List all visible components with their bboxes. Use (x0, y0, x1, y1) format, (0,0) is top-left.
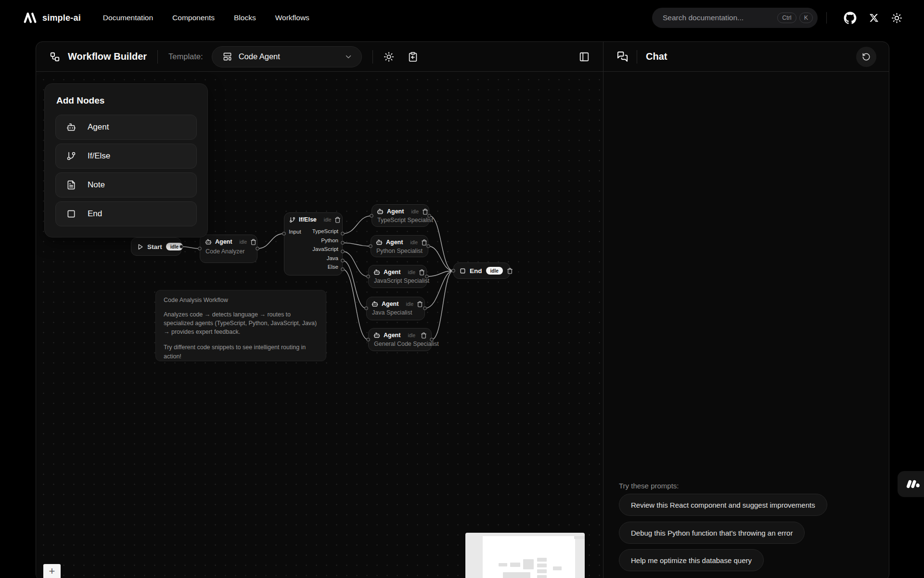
trash-icon[interactable] (421, 332, 427, 339)
theme-toggle-sun-icon[interactable] (891, 13, 902, 24)
chat-header-divider (637, 50, 637, 64)
note-title: Code Analysis Workflow (164, 297, 318, 303)
bot-icon (377, 208, 384, 215)
layout-template-icon (223, 52, 232, 61)
end-label: End (470, 267, 482, 275)
node-status: idle (406, 302, 413, 307)
canvas-theme-sun-icon[interactable] (384, 52, 394, 62)
agent-node-general-code-specialist[interactable]: Agent idle General Code Specialist (368, 328, 432, 351)
chat-header: Chat (603, 42, 889, 72)
add-agent-button[interactable]: Agent (55, 115, 197, 140)
node-status: idle (408, 333, 417, 338)
git-branch-icon (66, 151, 76, 161)
header-divider-2 (372, 50, 373, 64)
made-with-badge[interactable] (898, 471, 924, 497)
add-end-button[interactable]: End (55, 201, 197, 226)
end-status-badge: idle (486, 267, 503, 275)
agent-node-python-specialist[interactable]: Agent idle Python Specialist (371, 235, 428, 257)
ifelse-node[interactable]: If/Else idle Input TypeScript Python Jav… (284, 212, 343, 276)
bot-icon (376, 239, 383, 246)
nav-link-workflows[interactable]: Workflows (275, 13, 309, 22)
chat-prompt-3[interactable]: Help me optimize this database query (619, 549, 764, 571)
node-name: JavaScript Specialist (369, 276, 426, 287)
node-name: TypeScript Specialist (372, 216, 429, 226)
chat-title: Chat (646, 51, 667, 62)
trash-icon[interactable] (507, 268, 513, 274)
kbd-k: K (799, 13, 813, 23)
file-text-icon (66, 180, 76, 190)
nav-links: Documentation Components Blocks Workflow… (103, 13, 309, 22)
agent-node-code-analyzer[interactable]: Agent idle Code Analyzer (200, 235, 257, 263)
workflow-icon (50, 52, 60, 62)
node-type-label: Agent (387, 208, 404, 215)
simple-ai-logo-icon (23, 12, 38, 24)
nav-link-components[interactable]: Components (172, 13, 215, 22)
start-label: Start (147, 243, 162, 250)
bot-icon (373, 332, 380, 339)
template-select[interactable]: Code Agent (212, 46, 362, 67)
search-placeholder: Search documentation... (663, 13, 774, 22)
chat-prompts-label: Try these prompts: (619, 482, 679, 490)
start-status-badge: idle (166, 243, 183, 250)
note-node[interactable]: Code Analysis Workflow Analyzes code → d… (155, 290, 326, 361)
search-input[interactable]: Search documentation... Ctrl K (652, 8, 818, 28)
brand-name: simple-ai (42, 13, 81, 23)
github-icon[interactable] (844, 12, 857, 25)
chevron-down-icon (344, 53, 353, 61)
chat-panel: Chat Try these prompts: Review this Reac… (603, 42, 889, 578)
flow-canvas[interactable]: Add Nodes Agent If/Else (36, 72, 603, 578)
add-ifelse-button[interactable]: If/Else (55, 144, 197, 169)
workflow-header: Workflow Builder Template: Code Agent (36, 42, 603, 72)
agent-node-typescript-specialist[interactable]: Agent idle TypeScript Specialist (372, 204, 429, 227)
node-type-label: Agent (382, 301, 398, 307)
node-name: Java Specialist (367, 308, 424, 319)
trash-icon[interactable] (422, 209, 428, 215)
minimap[interactable] (465, 533, 585, 578)
nav-link-documentation[interactable]: Documentation (103, 13, 153, 22)
trash-icon[interactable] (419, 269, 425, 276)
note-line1: Analyzes code → detects language → route… (164, 310, 318, 336)
zoom-in-button[interactable]: + (43, 564, 61, 578)
top-navbar: simple-ai Documentation Components Block… (0, 0, 924, 36)
chat-reset-button[interactable] (856, 47, 876, 67)
node-name: Code Analyzer (200, 247, 257, 258)
square-icon (66, 209, 76, 219)
add-end-label: End (88, 209, 102, 219)
chat-body: Try these prompts: Review this React com… (603, 72, 889, 578)
nav-link-blocks[interactable]: Blocks (234, 13, 256, 22)
node-type-label: Agent (215, 238, 232, 245)
trash-icon[interactable] (334, 217, 341, 223)
x-twitter-icon[interactable] (869, 13, 879, 23)
bot-icon (66, 122, 76, 132)
trash-icon[interactable] (250, 239, 257, 245)
start-node[interactable]: Start idle (131, 237, 181, 256)
play-icon (137, 244, 143, 250)
panel-toggle-icon[interactable] (579, 52, 590, 62)
messages-square-icon (617, 51, 628, 62)
bot-icon (373, 269, 380, 276)
add-nodes-title: Add Nodes (56, 95, 197, 106)
template-value: Code Agent (239, 52, 337, 61)
add-note-button[interactable]: Note (55, 172, 197, 197)
node-status: idle (411, 209, 419, 214)
bot-icon (205, 238, 212, 245)
chat-prompt-2[interactable]: Debug this Python function that's throwi… (619, 522, 805, 544)
square-icon (460, 268, 466, 274)
branch-javascript: JavaScript (312, 245, 338, 254)
node-type-label: If/Else (299, 216, 317, 223)
trash-icon[interactable] (417, 301, 423, 307)
add-note-label: Note (88, 180, 105, 190)
clipboard-paste-icon[interactable] (408, 52, 418, 62)
workflow-panel: Workflow Builder Template: Code Agent (36, 42, 603, 578)
node-status: idle (408, 270, 415, 275)
brand[interactable]: simple-ai (23, 12, 81, 24)
header-divider (157, 50, 158, 64)
node-status: idle (324, 217, 332, 223)
chat-prompt-1[interactable]: Review this React component and suggest … (619, 494, 827, 516)
minimap-viewport (483, 536, 575, 578)
branch-typescript: TypeScript (312, 227, 338, 236)
agent-node-java-specialist[interactable]: Agent idle Java Specialist (366, 297, 425, 320)
trash-icon[interactable] (421, 239, 427, 246)
end-node[interactable]: End idle (453, 263, 510, 279)
agent-node-javascript-specialist[interactable]: Agent idle JavaScript Specialist (368, 265, 427, 288)
